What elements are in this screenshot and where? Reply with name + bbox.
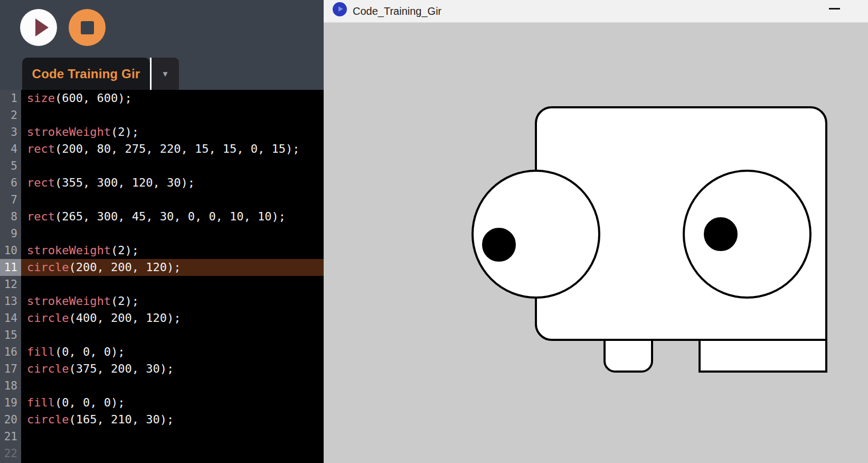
right-leg-rect — [700, 340, 826, 372]
line-number: 5 — [0, 158, 21, 174]
code-line[interactable]: 21 — [0, 428, 324, 445]
line-number: 4 — [0, 141, 21, 158]
code-line[interactable]: 19fill(0, 0, 0); — [0, 394, 324, 411]
code-line[interactable]: 8rect(265, 300, 45, 30, 0, 0, 10, 10); — [0, 208, 324, 225]
line-number: 11 — [0, 259, 21, 276]
code-text — [21, 225, 324, 242]
line-number: 22 — [0, 445, 21, 462]
sketch-drawing — [325, 23, 868, 463]
play-icon — [35, 18, 49, 36]
run-button[interactable] — [20, 9, 57, 46]
left-pupil-circle — [483, 229, 515, 261]
code-text: circle(200, 200, 120); — [21, 259, 324, 276]
line-number: 13 — [0, 293, 21, 310]
right-pupil-circle — [705, 218, 737, 250]
line-number: 7 — [0, 191, 21, 208]
code-line[interactable]: 15 — [0, 327, 324, 344]
code-line[interactable]: 10strokeWeight(2); — [0, 242, 324, 259]
line-number: 19 — [0, 394, 21, 411]
code-text — [21, 377, 324, 394]
code-line[interactable]: 18 — [0, 377, 324, 394]
code-line[interactable]: 2 — [0, 107, 324, 124]
code-text: fill(0, 0, 0); — [21, 344, 324, 360]
stop-icon — [81, 21, 94, 34]
minimize-icon — [829, 8, 840, 10]
code-text: strokeWeight(2); — [21, 293, 324, 310]
line-number: 2 — [0, 107, 21, 124]
code-line[interactable]: 3strokeWeight(2); — [0, 124, 324, 141]
code-lines: 1size(600, 600);23strokeWeight(2);4rect(… — [0, 90, 324, 462]
stop-button[interactable] — [69, 9, 106, 46]
line-number: 12 — [0, 276, 21, 293]
line-number: 15 — [0, 327, 21, 344]
code-line[interactable]: 20circle(165, 210, 30); — [0, 411, 324, 428]
code-line[interactable]: 22 — [0, 445, 324, 462]
code-line[interactable]: 12 — [0, 276, 324, 293]
code-line[interactable]: 16fill(0, 0, 0); — [0, 344, 324, 360]
code-text — [21, 445, 324, 462]
code-line[interactable]: 14circle(400, 200, 120); — [0, 310, 324, 327]
line-number: 14 — [0, 310, 21, 327]
tab-menu-button[interactable]: ▼ — [152, 58, 179, 90]
code-text — [21, 158, 324, 174]
code-text — [21, 107, 324, 124]
code-text: circle(375, 200, 30); — [21, 360, 324, 377]
sketch-canvas — [324, 23, 868, 463]
code-text: circle(400, 200, 120); — [21, 310, 324, 327]
code-line[interactable]: 6rect(355, 300, 120, 30); — [0, 174, 324, 191]
line-number: 1 — [0, 90, 21, 107]
line-number: 16 — [0, 344, 21, 360]
code-line[interactable]: 13strokeWeight(2); — [0, 293, 324, 310]
minimize-button[interactable] — [829, 4, 840, 14]
code-text — [21, 327, 324, 344]
code-line[interactable]: 7 — [0, 191, 324, 208]
code-text: rect(355, 300, 120, 30); — [21, 174, 324, 191]
line-number: 6 — [0, 174, 21, 191]
code-text: strokeWeight(2); — [21, 242, 324, 259]
code-text: size(600, 600); — [21, 90, 324, 107]
code-text: rect(265, 300, 45, 30, 0, 0, 10, 10); — [21, 208, 324, 225]
tab-code-training-gir[interactable]: Code Training Gir — [22, 58, 150, 90]
line-number: 10 — [0, 242, 21, 259]
line-number: 20 — [0, 411, 21, 428]
left-leg-rect — [605, 340, 652, 372]
window-title: Code_Training_Gir — [353, 0, 441, 22]
code-text — [21, 191, 324, 208]
code-editor[interactable]: 1size(600, 600);23strokeWeight(2);4rect(… — [0, 90, 324, 463]
line-number: 18 — [0, 377, 21, 394]
code-line[interactable]: 1size(600, 600); — [0, 90, 324, 107]
ide-toolbar: Code Training Gir ▼ — [0, 0, 324, 90]
code-line[interactable]: 17circle(375, 200, 30); — [0, 360, 324, 377]
line-number: 8 — [0, 208, 21, 225]
code-text: circle(165, 210, 30); — [21, 411, 324, 428]
sketch-window-titlebar[interactable]: Code_Training_Gir — [324, 0, 868, 23]
line-number: 3 — [0, 124, 21, 141]
right-eye-circle — [684, 171, 810, 298]
code-text: rect(200, 80, 275, 220, 15, 15, 0, 15); — [21, 141, 324, 158]
line-number: 9 — [0, 225, 21, 242]
code-text: strokeWeight(2); — [21, 124, 324, 141]
code-line[interactable]: 9 — [0, 225, 324, 242]
code-line[interactable]: 4rect(200, 80, 275, 220, 15, 15, 0, 15); — [0, 141, 324, 158]
processing-sketch-icon — [333, 2, 347, 16]
play-icon — [338, 6, 343, 12]
code-line[interactable]: 5 — [0, 158, 324, 174]
line-number: 21 — [0, 428, 21, 445]
code-text — [21, 428, 324, 445]
chevron-down-icon: ▼ — [162, 69, 169, 78]
code-text: fill(0, 0, 0); — [21, 394, 324, 411]
sketch-output-window: Code_Training_Gir — [324, 0, 868, 463]
code-line[interactable]: 11circle(200, 200, 120); — [0, 259, 324, 276]
tab-label: Code Training Gir — [32, 67, 140, 81]
line-number: 17 — [0, 360, 21, 377]
processing-ide-pane: Code Training Gir ▼ 1size(600, 600);23st… — [0, 0, 324, 463]
code-text — [21, 276, 324, 293]
